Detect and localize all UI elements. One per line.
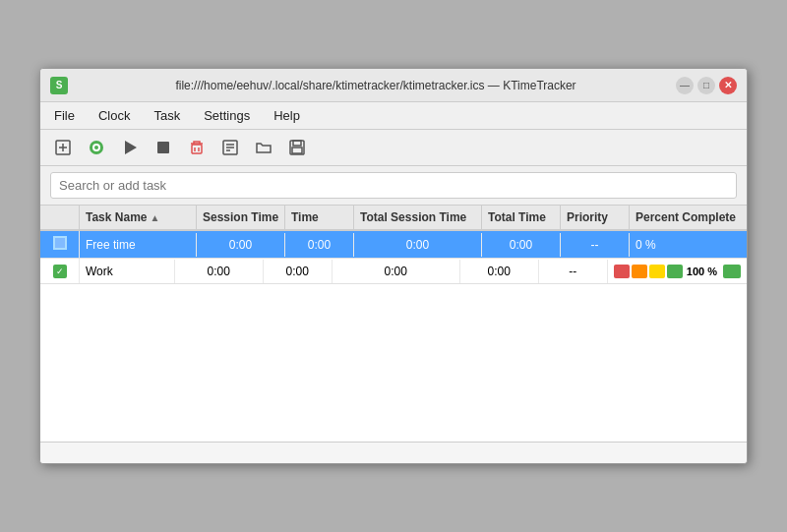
menubar: File Clock Task Settings Help xyxy=(40,102,747,130)
menu-task[interactable]: Task xyxy=(148,106,186,125)
checkbox-checked-icon: ✓ xyxy=(53,265,67,278)
delete-button[interactable] xyxy=(182,134,212,161)
task-table: Task Name ▲ Session Time Time Total Sess… xyxy=(40,205,747,442)
svg-rect-17 xyxy=(292,148,302,153)
sort-arrow-icon: ▲ xyxy=(150,212,159,223)
titlebar: S file:///home/eehuv/.local/share/ktimet… xyxy=(40,69,747,102)
open-button[interactable] xyxy=(249,134,278,161)
play-icon xyxy=(121,139,139,156)
row-1-total-session-time: 0:00 xyxy=(354,233,482,257)
table-row[interactable]: ✓ Work 0:00 0:00 0:00 0:00 -- 100 % xyxy=(40,259,747,284)
row-1-time: 0:00 xyxy=(285,233,354,257)
report-button[interactable] xyxy=(215,134,245,161)
percent-seg-red xyxy=(614,265,630,278)
row-1-total-time: 0:00 xyxy=(482,233,561,257)
col-header-priority: Priority xyxy=(561,206,630,229)
col-header-total-session-time: Total Session Time xyxy=(354,206,482,229)
folder-open-icon xyxy=(255,139,272,156)
table-row[interactable]: Free time 0:00 0:00 0:00 0:00 -- 0 % xyxy=(40,231,747,259)
percent-seg-yellow xyxy=(649,265,665,278)
report-icon xyxy=(221,139,239,156)
menu-help[interactable]: Help xyxy=(268,106,306,125)
toolbar xyxy=(40,130,747,166)
percent-full-bar xyxy=(723,265,741,278)
row-2-percent-complete: 100 % xyxy=(608,260,747,283)
minimize-button[interactable]: — xyxy=(676,77,694,94)
stop-icon xyxy=(154,139,172,156)
table-header: Task Name ▲ Session Time Time Total Sess… xyxy=(40,206,747,231)
menu-file[interactable]: File xyxy=(48,106,81,125)
start-record-button[interactable] xyxy=(82,134,111,161)
start-record-icon xyxy=(88,139,105,156)
col-header-time: Time xyxy=(285,206,354,229)
row-2-time: 0:00 xyxy=(264,260,333,283)
col-header-total-time: Total Time xyxy=(482,206,561,229)
save-icon xyxy=(288,139,306,156)
svg-rect-7 xyxy=(157,142,169,153)
row-1-task-name: Free time xyxy=(80,233,197,257)
row-2-total-time: 0:00 xyxy=(460,260,539,283)
play-button[interactable] xyxy=(115,134,145,161)
delete-icon xyxy=(188,139,206,156)
svg-marker-6 xyxy=(125,141,137,154)
search-input[interactable] xyxy=(50,172,737,199)
new-task-button[interactable] xyxy=(48,134,78,161)
close-button[interactable]: ✕ xyxy=(719,77,737,94)
percent-seg-orange xyxy=(632,265,647,278)
menu-clock[interactable]: Clock xyxy=(92,106,137,125)
stop-button[interactable] xyxy=(149,134,178,161)
col-header-percent-complete: Percent Complete xyxy=(630,206,747,229)
row-1-session-time: 0:00 xyxy=(197,233,285,257)
maximize-button[interactable]: □ xyxy=(697,77,715,94)
row-2-task-name: Work xyxy=(80,260,175,283)
svg-point-5 xyxy=(94,146,98,149)
col-header-checkbox xyxy=(40,206,80,229)
row-2-session-time: 0:00 xyxy=(175,260,264,283)
row-1-checkbox[interactable] xyxy=(40,231,80,258)
save-button[interactable] xyxy=(282,134,312,161)
search-bar xyxy=(40,166,747,205)
row-2-percent-text: 100 % xyxy=(687,266,717,277)
row-2-checkbox[interactable]: ✓ xyxy=(40,259,80,283)
svg-rect-16 xyxy=(293,141,301,146)
row-2-total-session-time: 0:00 xyxy=(333,260,460,283)
col-header-session-time: Session Time xyxy=(197,206,285,229)
app-icon: S xyxy=(50,77,68,94)
percent-seg-green xyxy=(667,265,683,278)
titlebar-controls: — □ ✕ xyxy=(676,77,737,94)
new-task-icon xyxy=(54,139,72,156)
menu-settings[interactable]: Settings xyxy=(198,106,256,125)
row-1-priority: -- xyxy=(561,233,630,257)
status-bar xyxy=(40,442,747,463)
svg-rect-8 xyxy=(192,145,202,153)
col-header-task-name[interactable]: Task Name ▲ xyxy=(80,206,197,229)
main-window: S file:///home/eehuv/.local/share/ktimet… xyxy=(39,68,748,464)
row-1-percent-complete: 0 % xyxy=(630,233,747,257)
checkbox-empty-icon xyxy=(53,236,67,250)
row-2-priority: -- xyxy=(539,260,608,283)
table-empty-area xyxy=(40,284,747,442)
window-title: file:///home/eehuv/.local/share/ktimetra… xyxy=(76,79,676,92)
